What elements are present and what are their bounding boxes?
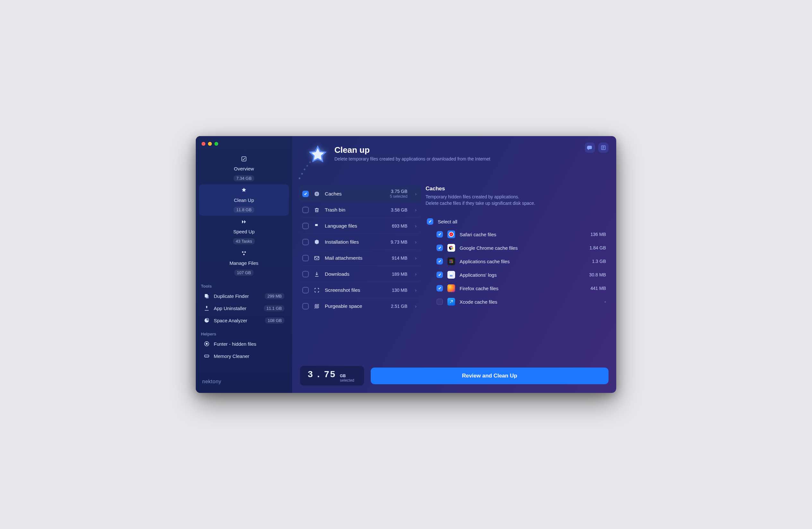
safari-icon: [447, 230, 455, 238]
category-screenshotfiles[interactable]: Screenshot files 130 MB ›: [299, 282, 421, 298]
select-all-label: Select all: [438, 219, 606, 224]
chevron-right-icon: ›: [415, 288, 417, 293]
category-caches[interactable]: Caches 3.75 GB 5 selected ›: [299, 186, 421, 202]
category-checkbox[interactable]: [302, 255, 309, 261]
selected-amount-box: 3 . 75 GB selected: [300, 366, 364, 386]
category-checkbox[interactable]: [302, 287, 309, 294]
category-checkbox[interactable]: [302, 239, 309, 245]
file-checkbox[interactable]: [436, 272, 443, 278]
sidebar-item-overview[interactable]: Overview 7.34 GB: [199, 153, 289, 184]
select-all-row[interactable]: Select all: [425, 215, 607, 228]
category-checkbox[interactable]: [302, 271, 309, 277]
svg-point-15: [451, 247, 452, 248]
category-installationfiles[interactable]: Installation files 9.73 MB ›: [299, 234, 421, 250]
mail-icon: [313, 255, 320, 261]
category-label: Mail attachments: [325, 255, 387, 261]
category-label: Screenshot files: [325, 287, 387, 293]
category-languagefiles[interactable]: Language files 693 MB ›: [299, 218, 421, 234]
detail-description-2: Delete cache files if they take up signi…: [425, 200, 607, 207]
chevron-right-icon: ›: [415, 224, 417, 229]
sidebar-item-managefiles[interactable]: Manage Files 107 GB: [199, 247, 289, 278]
chevron-right-icon: ›: [415, 240, 417, 245]
selected-amount: 3 . 75: [308, 369, 336, 380]
download-icon: [313, 271, 320, 277]
file-checkbox[interactable]: [436, 285, 443, 291]
file-row-appscache[interactable]: Applications cache files 1.3 GB: [425, 255, 607, 268]
svg-rect-21: [452, 261, 453, 262]
file-size: 1.3 GB: [592, 259, 606, 264]
detail-panel: Caches Temporary hidden files created by…: [425, 186, 609, 360]
category-checkbox[interactable]: [302, 191, 309, 197]
file-row-xcode[interactable]: Xcode cache files -: [425, 295, 607, 309]
category-label: Trash bin: [325, 207, 387, 213]
funter-icon: [203, 341, 210, 347]
file-size: 1.84 GB: [590, 245, 606, 251]
page-title: Clean up: [334, 145, 490, 155]
file-row-safari[interactable]: Safari cache files 136 MB: [425, 228, 607, 241]
svg-rect-0: [242, 157, 246, 161]
svg-rect-8: [204, 355, 209, 357]
close-window-button[interactable]: [202, 142, 205, 146]
sidebar-item-funter[interactable]: Funter - hidden files: [199, 338, 289, 350]
sidebar-item-memorycleaner[interactable]: Memory Cleaner: [199, 350, 289, 362]
svg-rect-17: [451, 260, 452, 261]
file-row-chrome[interactable]: Google Chrome cache files 1.84 GB: [425, 241, 607, 255]
maximize-window-button[interactable]: [214, 142, 218, 146]
category-label: Caches: [325, 191, 386, 197]
uninstaller-icon: [203, 305, 210, 311]
category-label: Installation files: [325, 239, 386, 245]
sidebar-item-cleanup[interactable]: Clean Up 11.8 GB: [199, 184, 289, 216]
title-block: Clean up Delete temporary files created …: [334, 145, 490, 161]
overview-icon: [241, 156, 247, 162]
selected-unit: GB: [340, 374, 354, 378]
sidebar-item-badge: 107 GB: [234, 270, 253, 276]
svg-rect-5: [206, 295, 208, 299]
file-row-firefox[interactable]: Firefox cache files 441 MB: [425, 282, 607, 295]
firefox-icon: [447, 284, 455, 292]
category-size: 2.51 GB: [391, 304, 407, 309]
sidebar-item-duplicatefinder[interactable]: Duplicate Finder 299 MB: [199, 290, 289, 302]
file-checkbox[interactable]: [436, 231, 443, 238]
file-size: 30.8 MB: [589, 272, 606, 277]
sidebar-item-speedup[interactable]: Speed Up 43 Tasks: [199, 216, 289, 247]
category-checkbox[interactable]: [302, 207, 309, 213]
category-size: 3.75 GB: [390, 189, 408, 194]
category-checkbox[interactable]: [302, 303, 309, 310]
select-all-checkbox[interactable]: [427, 218, 433, 225]
sidebar-item-spaceanalyzer[interactable]: Space Analyzer 108 GB: [199, 314, 289, 327]
file-checkbox[interactable]: [436, 245, 443, 251]
svg-rect-22: [450, 262, 451, 263]
managefiles-icon: [241, 250, 247, 256]
file-row-appslogs[interactable]: LOG Applications' logs 30.8 MB: [425, 268, 607, 282]
sidebar-item-badge: 108 GB: [265, 317, 284, 324]
file-checkbox[interactable]: [436, 258, 443, 264]
sidebar-item-badge: 11.8 GB: [234, 207, 254, 213]
svg-rect-16: [450, 260, 451, 261]
sidebar-item-appuninstaller[interactable]: App Uninstaller 11.1 GB: [199, 302, 289, 314]
minimize-window-button[interactable]: [208, 142, 212, 146]
category-label: Downloads: [325, 271, 387, 277]
category-trashbin[interactable]: Trash bin 3.58 GB ›: [299, 202, 421, 218]
category-purgeable[interactable]: Purgeable space 2.51 GB ›: [299, 298, 421, 314]
category-downloads[interactable]: Downloads 189 MB ›: [299, 266, 421, 282]
file-size: 136 MB: [591, 232, 606, 237]
category-checkbox[interactable]: [302, 223, 309, 229]
sidebar-item-label: Space Analyzer: [214, 318, 261, 323]
sidebar-item-label: Speed Up: [233, 229, 255, 234]
chip-icon: [313, 191, 320, 197]
category-list: Caches 3.75 GB 5 selected › Trash bin 3.…: [299, 186, 421, 360]
detail-title: Caches: [425, 186, 607, 192]
chevron-right-icon: ›: [415, 272, 417, 277]
window-controls: [196, 140, 292, 153]
sidebar-item-badge: 11.1 GB: [264, 305, 284, 311]
category-mailattachments[interactable]: Mail attachments 914 MB ›: [299, 250, 421, 266]
file-name: Google Chrome cache files: [460, 245, 585, 251]
sidebar-item-label: Memory Cleaner: [214, 354, 284, 359]
file-checkbox[interactable]: [436, 299, 443, 305]
review-cleanup-button[interactable]: Review and Clean Up: [371, 368, 609, 384]
footer: 3 . 75 GB selected Review and Clean Up: [292, 360, 616, 393]
log-file-icon: LOG: [447, 271, 455, 278]
svg-point-3: [243, 254, 245, 256]
file-list: Select all Safari cache files 136 MB: [425, 215, 607, 309]
xcode-icon: [447, 298, 455, 305]
